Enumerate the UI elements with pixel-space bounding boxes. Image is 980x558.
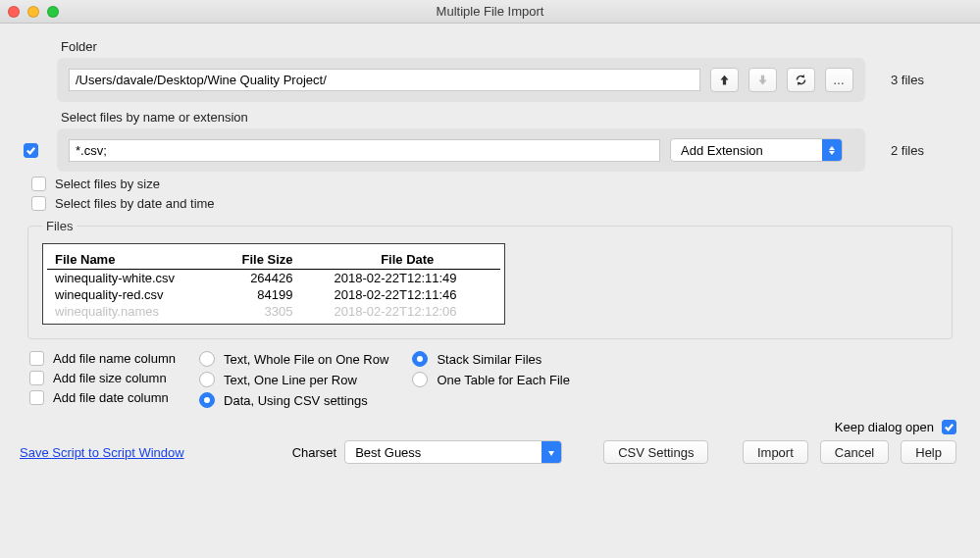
select-by-size-label: Select files by size bbox=[55, 177, 160, 191]
window-title: Multiple File Import bbox=[0, 4, 980, 19]
files-header-row: File Name File Size File Date bbox=[47, 250, 500, 270]
folder-down-button[interactable] bbox=[748, 68, 777, 92]
add-filename-col-checkbox[interactable] bbox=[29, 351, 44, 366]
mode-csv-radio[interactable] bbox=[199, 392, 215, 408]
folder-browse-button[interactable]: … bbox=[825, 68, 853, 92]
add-filename-col-label: Add file name column bbox=[53, 351, 176, 366]
folder-file-count: 3 files bbox=[891, 73, 924, 87]
import-button[interactable]: Import bbox=[743, 440, 808, 464]
checkmark-icon bbox=[26, 145, 36, 156]
table-row[interactable]: winequality-red.csv 84199 2018-02-22T12:… bbox=[47, 286, 500, 303]
filter-enable-checkbox[interactable] bbox=[24, 143, 38, 158]
folder-refresh-button[interactable] bbox=[787, 68, 815, 92]
filter-panel: Add Extension bbox=[57, 128, 865, 172]
col-file-date: File Date bbox=[315, 250, 500, 270]
csv-settings-button[interactable]: CSV Settings bbox=[603, 440, 708, 464]
select-by-date-checkbox[interactable] bbox=[31, 196, 46, 211]
mode-text-one-line-label: Text, One Line per Row bbox=[224, 373, 357, 387]
mode-stack-label: Stack Similar Files bbox=[437, 352, 542, 367]
keep-dialog-open-label: Keep dialog open bbox=[835, 420, 934, 434]
files-table: File Name File Size File Date winequalit… bbox=[42, 243, 505, 325]
charset-value: Best Guess bbox=[345, 445, 542, 460]
mode-text-one-line-radio[interactable] bbox=[199, 372, 215, 387]
files-group: Files File Name File Size File Date wine… bbox=[27, 219, 953, 339]
select-by-size-checkbox[interactable] bbox=[31, 177, 46, 191]
col-file-size: File Size bbox=[215, 250, 315, 270]
folder-up-button[interactable] bbox=[710, 68, 739, 92]
checkmark-icon bbox=[944, 422, 954, 432]
up-arrow-icon bbox=[718, 74, 731, 86]
add-filesize-col-checkbox[interactable] bbox=[29, 371, 44, 385]
folder-panel: … bbox=[57, 58, 865, 102]
files-legend: Files bbox=[42, 219, 77, 233]
mode-one-table-label: One Table for Each File bbox=[437, 373, 570, 387]
table-row[interactable]: winequality-white.csv 264426 2018-02-22T… bbox=[47, 270, 500, 287]
mode-stack-radio[interactable] bbox=[412, 351, 428, 367]
dropdown-arrow-icon bbox=[542, 441, 561, 463]
cancel-button[interactable]: Cancel bbox=[820, 440, 889, 464]
charset-label: Charset bbox=[292, 445, 337, 460]
folder-path-input[interactable] bbox=[69, 69, 700, 91]
add-filedate-col-checkbox[interactable] bbox=[29, 390, 44, 405]
add-extension-label: Add Extension bbox=[671, 143, 822, 158]
keep-dialog-open-checkbox[interactable] bbox=[942, 420, 956, 434]
window-titlebar: Multiple File Import bbox=[0, 0, 980, 24]
filter-pattern-input[interactable] bbox=[69, 139, 660, 162]
add-filesize-col-label: Add file size column bbox=[53, 371, 167, 385]
charset-dropdown[interactable]: Best Guess bbox=[344, 440, 562, 464]
filter-file-count: 2 files bbox=[891, 143, 924, 158]
more-icon: … bbox=[833, 74, 846, 87]
add-filedate-col-label: Add file date column bbox=[53, 390, 169, 405]
mode-csv-label: Data, Using CSV settings bbox=[224, 393, 368, 408]
table-row[interactable]: winequality.names 3305 2018-02-22T12:12:… bbox=[47, 303, 500, 320]
help-button[interactable]: Help bbox=[901, 440, 956, 464]
refresh-icon bbox=[795, 74, 807, 86]
down-arrow-icon bbox=[756, 74, 769, 86]
filter-label: Select files by name or extension bbox=[61, 110, 964, 125]
mode-one-table-radio[interactable] bbox=[412, 372, 428, 387]
dropdown-stepper-icon bbox=[822, 139, 842, 161]
select-by-date-label: Select files by date and time bbox=[55, 196, 215, 211]
mode-text-whole-row-radio[interactable] bbox=[199, 351, 215, 367]
folder-label: Folder bbox=[61, 39, 964, 54]
save-script-link[interactable]: Save Script to Script Window bbox=[20, 445, 184, 460]
col-file-name: File Name bbox=[47, 250, 215, 270]
mode-text-whole-row-label: Text, Whole File on One Row bbox=[224, 352, 388, 367]
add-extension-dropdown[interactable]: Add Extension bbox=[670, 138, 843, 162]
